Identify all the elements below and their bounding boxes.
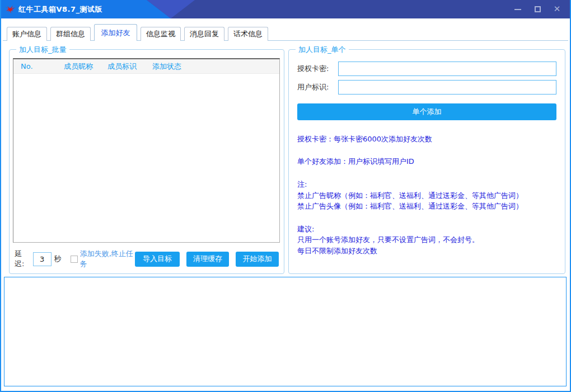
window-title: 红牛工具箱V8.7_测试版: [18, 4, 102, 15]
delay-unit-label: 秒: [54, 254, 62, 264]
tab-add-friend[interactable]: 添加好友: [94, 24, 137, 41]
note-suggestion-1: 只用一个账号添加好友，只要不设置广告词，不会封号。: [297, 234, 556, 245]
tab-group-info[interactable]: 群组信息: [50, 27, 91, 41]
tab-message-reply[interactable]: 消息回复: [184, 27, 224, 41]
column-add-status: 添加状态: [152, 62, 279, 72]
single-group-title: 加人目标_单个: [296, 45, 349, 55]
tab-script-info[interactable]: 话术信息: [228, 27, 268, 41]
user-id-label: 用户标识:: [297, 82, 338, 92]
stop-on-fail-label: 添加失败,终止任务: [80, 249, 135, 269]
stop-on-fail-checkbox[interactable]: [71, 256, 78, 263]
close-button[interactable]: ✕: [552, 4, 562, 15]
maximize-icon: [535, 6, 541, 12]
tab-bar: 账户信息 群组信息 添加好友 信息监视 消息回复 话术信息: [7, 24, 268, 41]
column-member-nickname: 成员昵称: [64, 62, 107, 72]
note-forbid-nickname: 禁止广告昵称（例如：福利官、送福利、通过送彩金、等其他广告词）: [297, 190, 556, 201]
close-icon: ✕: [554, 5, 561, 13]
batch-group-title: 加人目标_批量: [16, 45, 69, 55]
clear-cache-button[interactable]: 清理缓存: [186, 252, 229, 267]
member-table[interactable]: No. 成员昵称 成员标识 添加状态: [13, 58, 280, 243]
column-member-id: 成员标识: [107, 62, 152, 72]
note-forbid-avatar: 禁止广告头像（例如：福利官、送福利、通过送彩金、等其他广告词）: [297, 201, 556, 211]
titlebar: 红牛工具箱V8.7_测试版 ✕: [0, 0, 571, 18]
card-key-label: 授权卡密:: [297, 64, 338, 74]
start-add-button[interactable]: 开始添加: [236, 252, 279, 267]
single-add-button[interactable]: 单个添加: [297, 103, 556, 120]
column-no: No.: [21, 62, 64, 70]
import-target-button[interactable]: 导入目标: [135, 252, 180, 267]
maximize-button[interactable]: [532, 4, 542, 15]
notes-block: 授权卡密：每张卡密6000次添加好友次数 单个好友添加：用户标识填写用户ID 注…: [297, 134, 556, 256]
delay-label: 延迟:: [15, 249, 30, 269]
note-suggestion-2: 每日不限制添加好友次数: [297, 245, 556, 256]
note-attention-heading: 注:: [297, 179, 556, 190]
member-table-body[interactable]: [13, 74, 279, 242]
single-add-group: 加人目标_单个 授权卡密: 用户标识: 单个添加 授权卡密：每张卡密6000次添…: [288, 49, 565, 274]
tab-account-info[interactable]: 账户信息: [7, 27, 47, 41]
delay-input[interactable]: [33, 252, 52, 266]
tab-message-monitor[interactable]: 信息监视: [141, 27, 181, 41]
note-single-add-info: 单个好友添加：用户标识填写用户ID: [297, 156, 556, 167]
note-suggestion-heading: 建议:: [297, 224, 556, 234]
minimize-icon: [514, 9, 521, 10]
app-window: 红牛工具箱V8.7_测试版 ✕ 账户信息 群组信息 添加好友 信息监视 消息回复…: [0, 0, 571, 392]
note-card-key-info: 授权卡密：每张卡密6000次添加好友次数: [297, 134, 556, 144]
user-id-input[interactable]: [338, 80, 556, 95]
member-table-header: No. 成员昵称 成员标识 添加状态: [13, 59, 279, 74]
card-key-input[interactable]: [338, 62, 556, 76]
log-output-box[interactable]: [4, 277, 567, 386]
redbull-logo-icon: [4, 4, 16, 15]
batch-add-group: 加人目标_批量 No. 成员昵称 成员标识 添加状态 延迟: 秒 添加失败,终止…: [9, 49, 284, 274]
minimize-button[interactable]: [513, 4, 523, 15]
delay-row: 延迟: 秒 添加失败,终止任务 导入目标 清理缓存 开始添加: [15, 251, 279, 267]
